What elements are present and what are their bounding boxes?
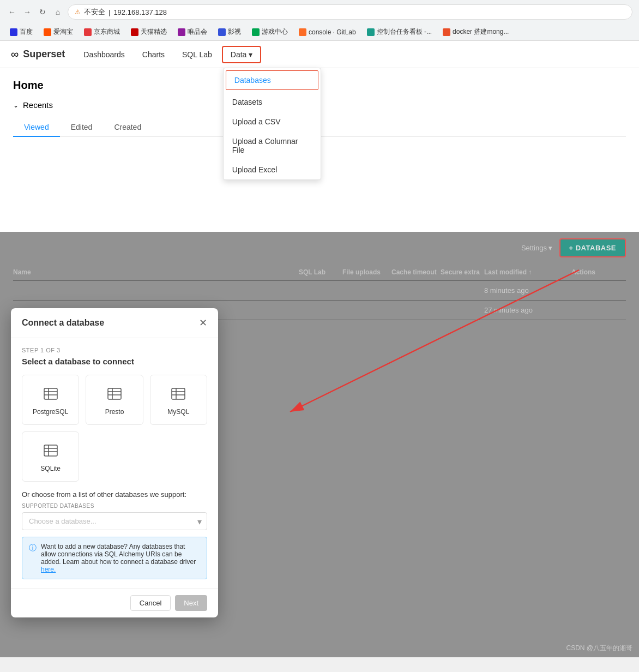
modal-body: STEP 1 OF 3 Select a database to connect xyxy=(11,338,218,588)
dropdown-upload-columnar[interactable]: Upload a Columnar File xyxy=(224,131,321,160)
sqlite-icon xyxy=(41,441,61,460)
svg-rect-2 xyxy=(44,388,57,399)
bookmark-icon xyxy=(367,28,375,36)
db-card-mysql[interactable]: MySQL xyxy=(150,375,207,425)
address-separator: | xyxy=(108,8,110,16)
overlay-area: Settings ▾ + DATABASE Name SQL Lab File … xyxy=(0,232,639,657)
bookmark-icon xyxy=(131,28,138,36)
step-label: STEP 1 OF 3 xyxy=(22,347,207,353)
browser-toolbar: ← → ↻ ⌂ ⚠ 不安全 | 192.168.137.128 xyxy=(0,0,639,24)
sqlite-label: SQLite xyxy=(40,465,61,472)
dropdown-upload-excel[interactable]: Upload Excel xyxy=(224,160,321,179)
connect-database-modal: Connect a database ✕ STEP 1 OF 3 Select … xyxy=(11,308,218,617)
modal-header: Connect a database ✕ xyxy=(11,308,218,338)
nav-sql-lab[interactable]: SQL Lab xyxy=(174,47,220,62)
info-icon: ⓘ xyxy=(29,543,37,573)
database-grid: PostgreSQL Presto xyxy=(22,375,207,482)
database-select-wrapper: Choose a database... xyxy=(22,512,207,530)
presto-icon xyxy=(105,384,124,404)
cancel-button[interactable]: Cancel xyxy=(130,595,171,611)
address-url: 192.168.137.128 xyxy=(113,8,167,16)
dropdown-upload-csv[interactable]: Upload a CSV xyxy=(224,112,321,131)
dropdown-datasets[interactable]: Datasets xyxy=(224,92,321,112)
nav-data-dropdown[interactable]: Data ▾ Databases Datasets Upload a CSV U… xyxy=(222,46,261,63)
or-choose-text: Or choose from a list of other databases… xyxy=(22,490,207,499)
mysql-icon xyxy=(168,384,188,404)
forward-button[interactable]: → xyxy=(22,7,33,17)
svg-rect-6 xyxy=(108,388,121,399)
bookmarks-bar: 百度 爱淘宝 京东商城 天猫精选 唯品会 影视 游戏中心 console · xyxy=(0,24,639,40)
nav-links: Dashboards Charts SQL Lab Data ▾ Databas… xyxy=(76,46,261,63)
bookmark-icon xyxy=(10,28,17,36)
bookmark-icon xyxy=(443,28,450,36)
address-bar[interactable]: ⚠ 不安全 | 192.168.137.128 xyxy=(68,4,632,20)
app-logo: ∞ Superset xyxy=(11,48,65,61)
database-select-placeholder: Choose a database... xyxy=(29,517,97,525)
mysql-label: MySQL xyxy=(167,408,189,416)
logo-text: Superset xyxy=(23,49,65,60)
nav-dashboards[interactable]: Dashboards xyxy=(76,47,132,62)
app-container: ∞ Superset Dashboards Charts SQL Lab Dat… xyxy=(0,41,639,657)
tab-edited[interactable]: Edited xyxy=(60,118,104,137)
data-dropdown-menu: Databases Datasets Upload a CSV Upload a… xyxy=(223,68,321,180)
svg-rect-14 xyxy=(44,445,57,456)
info-link[interactable]: here. xyxy=(41,566,56,573)
modal-footer: Cancel Next xyxy=(11,588,218,617)
db-card-sqlite[interactable]: SQLite xyxy=(22,431,79,482)
supported-label: SUPPORTED DATABASES xyxy=(22,503,207,509)
refresh-button[interactable]: ↻ xyxy=(37,7,48,17)
tab-viewed[interactable]: Viewed xyxy=(13,118,60,137)
home-button[interactable]: ⌂ xyxy=(52,7,63,17)
modal-overlay: Connect a database ✕ STEP 1 OF 3 Select … xyxy=(0,232,639,657)
bookmark-aitaobao[interactable]: 爱淘宝 xyxy=(40,26,76,38)
tab-created[interactable]: Created xyxy=(103,118,152,137)
dropdown-databases[interactable]: Databases xyxy=(226,70,318,90)
info-box: ⓘ Want to add a new database? Any databa… xyxy=(22,537,207,579)
bookmark-icon xyxy=(299,28,306,36)
top-nav: ∞ Superset Dashboards Charts SQL Lab Dat… xyxy=(0,41,639,68)
bookmark-icon xyxy=(178,28,185,36)
logo-icon: ∞ xyxy=(11,48,19,61)
bookmark-docker[interactable]: docker 搭建mong... xyxy=(439,26,512,38)
bookmark-icon xyxy=(252,28,260,36)
modal-close-button[interactable]: ✕ xyxy=(199,317,207,329)
nav-charts[interactable]: Charts xyxy=(135,47,172,62)
bookmark-vip[interactable]: 唯品会 xyxy=(174,26,210,38)
step-title: Select a database to connect xyxy=(22,357,207,366)
bookmark-games[interactable]: 游戏中心 xyxy=(249,26,291,38)
recents-label: Recents xyxy=(23,100,53,110)
bookmark-icon xyxy=(84,28,92,36)
database-select[interactable]: Choose a database... xyxy=(22,512,207,530)
recents-toggle-icon[interactable]: ⌄ xyxy=(13,101,19,109)
db-card-postgresql[interactable]: PostgreSQL xyxy=(22,375,79,425)
db-card-presto[interactable]: Presto xyxy=(86,375,143,425)
modal-title: Connect a database xyxy=(22,318,104,328)
browser-chrome: ← → ↻ ⌂ ⚠ 不安全 | 192.168.137.128 百度 爱淘宝 京… xyxy=(0,0,639,41)
presto-label: Presto xyxy=(105,408,124,416)
postgresql-icon xyxy=(41,384,61,404)
svg-rect-10 xyxy=(172,388,185,399)
bookmark-video[interactable]: 影视 xyxy=(215,26,244,38)
bookmark-dashboard[interactable]: 控制台任务看板 -... xyxy=(364,26,435,38)
address-text: 不安全 xyxy=(84,7,105,17)
bookmark-gitlab[interactable]: console · GitLab xyxy=(296,27,359,37)
next-button[interactable]: Next xyxy=(175,595,207,611)
info-text: Want to add a new database? Any database… xyxy=(41,543,200,573)
postgresql-label: PostgreSQL xyxy=(33,408,68,416)
security-warning-icon: ⚠ xyxy=(75,8,81,16)
bookmark-tmall[interactable]: 天猫精选 xyxy=(128,26,170,38)
bookmark-baidu[interactable]: 百度 xyxy=(7,26,36,38)
bookmark-icon xyxy=(218,28,226,36)
bookmark-icon xyxy=(44,28,51,36)
bookmark-jd[interactable]: 京东商城 xyxy=(81,26,123,38)
back-button[interactable]: ← xyxy=(7,7,17,17)
watermark: CSDN @八五年的湘哥 xyxy=(566,644,632,653)
